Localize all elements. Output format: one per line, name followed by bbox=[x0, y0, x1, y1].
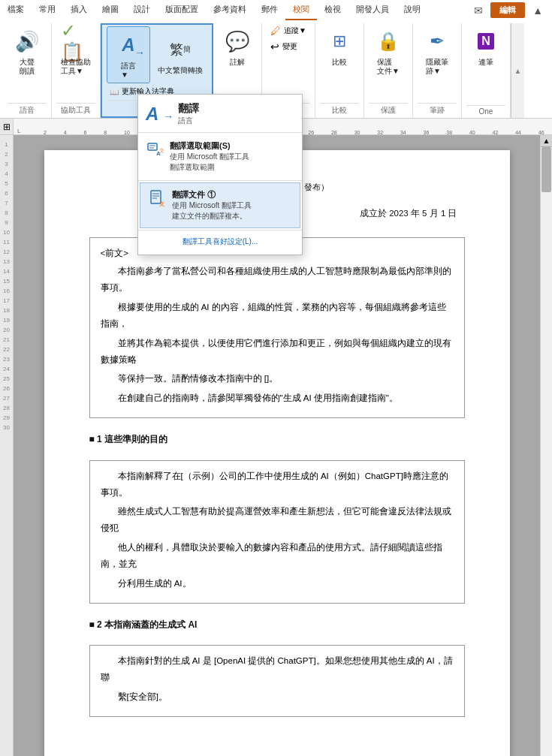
ribbon: 檔案 常用 插入 繪圖 設計 版面配置 參考資料 郵件 校閱 檢視 開發人員 說… bbox=[0, 0, 552, 119]
update-dict-label: 更新輸入法字典 bbox=[122, 86, 174, 97]
comment-icon: 💬 bbox=[222, 26, 252, 56]
hide-ink-button[interactable]: ✒ 隱藏筆跡▼ bbox=[418, 23, 457, 79]
group-inner-accessibility: ✓📋 檢查協助工具▼ bbox=[56, 23, 95, 101]
tab-review[interactable]: 校閱 bbox=[285, 0, 317, 20]
ribbon-collapse-button[interactable]: ▲ bbox=[511, 23, 524, 118]
check-accessibility-label: 檢查協助工具▼ bbox=[61, 58, 91, 76]
tab-mail[interactable]: 郵件 bbox=[254, 0, 285, 20]
line-num-9: 9 bbox=[5, 219, 8, 226]
onenote-label: 連筆 bbox=[478, 58, 493, 67]
line-num-19: 19 bbox=[3, 317, 10, 324]
line-num-11: 11 bbox=[3, 239, 10, 245]
line-num-17: 17 bbox=[3, 297, 10, 304]
read-aloud-icon: 🔊 bbox=[12, 26, 42, 56]
tab-insert[interactable]: 插入 bbox=[63, 0, 95, 20]
translate-label: 語言▼ bbox=[121, 62, 136, 80]
established-line: 成立於 2023 年 5 月 1 日 bbox=[89, 206, 457, 221]
read-aloud-label: 大聲朗讀 bbox=[20, 58, 35, 76]
compare-button[interactable]: ⊞ 比較 bbox=[320, 23, 359, 70]
purpose-line4: 分利用生成的 AI。 bbox=[101, 576, 454, 592]
ruler-corner: ⊞ bbox=[0, 119, 14, 134]
line-num-12: 12 bbox=[3, 248, 10, 255]
scope-line2: 繫[安全部]。 bbox=[101, 689, 454, 706]
scope-line1: 本指南針對的生成 AI 是 [OpenAI 提供的 ChatGPT]。如果您想使… bbox=[101, 653, 454, 686]
purpose-line3: 他人的權利，具體取決於要輸入的數據內容和產品的使用方式。請仔細閱讀這些指南，並充 bbox=[101, 540, 454, 573]
track-label: 追蹤▼ bbox=[284, 26, 306, 36]
language-group-label: 語言 bbox=[107, 100, 207, 115]
comment-button[interactable]: 💬 註解 bbox=[218, 23, 257, 70]
tab-view[interactable]: 檢視 bbox=[317, 0, 348, 20]
line-num-15: 15 bbox=[3, 278, 10, 285]
hide-ink-icon: ✒ bbox=[422, 26, 452, 56]
group-inner-comments: 💬 註解 bbox=[218, 23, 257, 101]
read-aloud-button[interactable]: 🔊 大聲朗讀 bbox=[8, 23, 47, 79]
edit-button[interactable]: 編輯 bbox=[490, 2, 525, 18]
compare-group-label: 比較 bbox=[320, 103, 359, 118]
group-inner-speech: 🔊 大聲朗讀 bbox=[8, 23, 47, 101]
tab-draw[interactable]: 繪圖 bbox=[95, 0, 126, 20]
scroll-up-button[interactable]: ▲ bbox=[541, 135, 552, 147]
line-num-18: 18 bbox=[3, 307, 10, 314]
line-num-16: 16 bbox=[3, 288, 10, 294]
minimize-icon[interactable]: ▲ bbox=[529, 3, 546, 18]
group-inner-onenote: N 連筆 bbox=[466, 23, 505, 104]
ruler-inner: L 2 4 6 8 10 12 14 16 18 20 22 24 26 bbox=[14, 119, 552, 134]
tab-help[interactable]: 說明 bbox=[397, 0, 428, 20]
line-num-22: 22 bbox=[3, 346, 10, 353]
protect-icon: 🔒 bbox=[373, 26, 403, 56]
protect-button[interactable]: 🔒 保護文件▼ bbox=[369, 23, 408, 79]
tab-developer[interactable]: 開發人員 bbox=[348, 0, 397, 20]
hide-ink-label: 隱藏筆跡▼ bbox=[426, 58, 448, 76]
group-inner-language: A → 語言▼ 繁簡 中文繁簡轉換 📖 更新輸入法字典 bbox=[107, 26, 207, 98]
tab-file[interactable]: 檔案 bbox=[0, 0, 32, 20]
line-num-3: 3 bbox=[5, 161, 8, 167]
compare-label: 比較 bbox=[332, 58, 347, 67]
compare-icon: ⊞ bbox=[324, 26, 354, 56]
group-inner-tracking: 🖊 追蹤▼ ↩ 變更 bbox=[267, 23, 310, 101]
line-num-24: 24 bbox=[3, 366, 10, 372]
line-num-5: 5 bbox=[5, 180, 8, 187]
speech-group-label: 語音 bbox=[8, 103, 47, 118]
change-label: 變更 bbox=[282, 41, 297, 52]
line-num-7: 7 bbox=[5, 200, 8, 206]
ribbon-group-tracking: 🖊 追蹤▼ ↩ 變更 追蹤 bbox=[262, 23, 315, 118]
ribbon-group-compare: ⊞ 比較 比較 bbox=[315, 23, 364, 118]
tracking-group-label: 追蹤 bbox=[267, 103, 310, 118]
line-num-1: 1 bbox=[5, 141, 8, 148]
preamble-line3: 並將其作為範本提供，以便使用它們進行添加和更正，例如與每個組織內建立的現有數據策… bbox=[101, 336, 454, 369]
scroll-thumb[interactable] bbox=[541, 147, 551, 192]
tab-layout[interactable]: 版面配置 bbox=[158, 0, 206, 20]
main-area: 1 2 3 4 5 6 7 8 9 10 11 12 13 14 15 16 1… bbox=[0, 135, 552, 756]
line-num-8: 8 bbox=[5, 209, 8, 216]
check-accessibility-button[interactable]: ✓📋 檢查協助工具▼ bbox=[56, 23, 95, 79]
group-inner-compare: ⊞ 比較 bbox=[320, 23, 359, 101]
tab-references[interactable]: 參考資料 bbox=[206, 0, 254, 20]
update-dict-button[interactable]: 📖 更新輸入法字典 bbox=[107, 85, 178, 98]
group-inner-protect: 🔒 保護文件▼ bbox=[369, 23, 408, 101]
onenote-icon: N bbox=[471, 26, 501, 56]
document-scroll[interactable]: 第 1 版（2023 年 5 月發布） 成立於 2023 年 5 月 1 日 <… bbox=[14, 135, 540, 756]
translate-button[interactable]: A → 語言▼ bbox=[107, 26, 150, 83]
protect-group-label: 保護 bbox=[369, 103, 408, 118]
ribbon-tabs-row: 檔案 常用 插入 繪圖 設計 版面配置 參考資料 郵件 校閱 檢視 開發人員 說… bbox=[0, 0, 552, 20]
ruler: ⊞ L 2 4 6 8 10 12 14 16 18 20 22 24 bbox=[0, 119, 552, 135]
track-button[interactable]: 🖊 追蹤▼ bbox=[267, 23, 310, 38]
scope-box: 本指南針對的生成 AI 是 [OpenAI 提供的 ChatGPT]。如果您想使… bbox=[89, 645, 465, 717]
line-num-6: 6 bbox=[5, 190, 8, 197]
zh-convert-button[interactable]: 繁簡 中文繁簡轉換 bbox=[153, 32, 207, 78]
ribbon-group-ink: ✒ 隱藏筆跡▼ 筆跡 bbox=[413, 23, 462, 118]
preamble-box: <前文> 本指南參考了當私營公司和各種組織使用生成的人工智慧時應限制為最低內部準… bbox=[89, 237, 465, 418]
onenote-button[interactable]: N 連筆 bbox=[466, 23, 505, 70]
line-num-10: 10 bbox=[3, 229, 10, 236]
tab-design[interactable]: 設計 bbox=[126, 0, 158, 20]
change-button[interactable]: ↩ 變更 bbox=[267, 39, 310, 54]
vertical-scrollbar[interactable]: ▲ ▼ bbox=[540, 135, 552, 756]
document-page[interactable]: 第 1 版（2023 年 5 月發布） 成立於 2023 年 5 月 1 日 <… bbox=[44, 150, 510, 756]
update-dict-icon: 📖 bbox=[110, 88, 119, 96]
line-num-30: 30 bbox=[3, 424, 10, 431]
line-num-4: 4 bbox=[5, 170, 8, 177]
group-inner-ink: ✒ 隱藏筆跡▼ bbox=[418, 23, 457, 101]
share-icon[interactable]: ✉ bbox=[471, 3, 486, 18]
tab-home[interactable]: 常用 bbox=[32, 0, 63, 20]
line-num-20: 20 bbox=[3, 327, 10, 333]
